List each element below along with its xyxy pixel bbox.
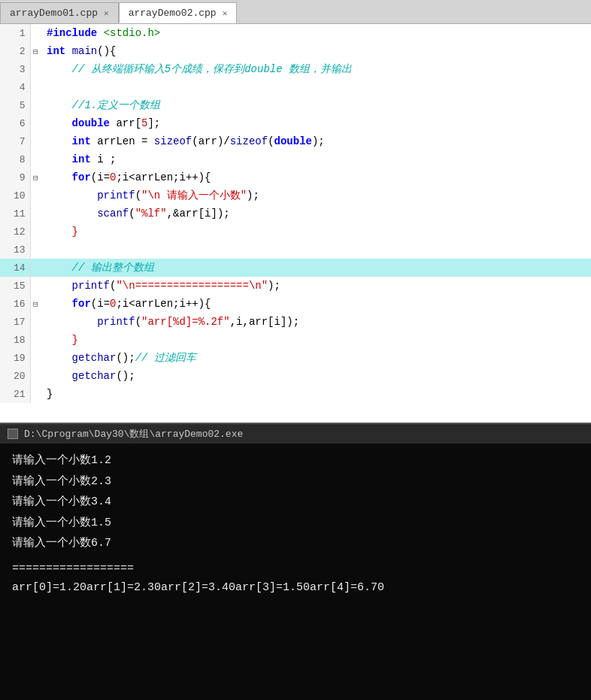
- line-num-7: 7: [0, 132, 30, 150]
- fold-10: [30, 186, 41, 205]
- line-num-4: 4: [0, 78, 30, 96]
- code-line-5: 5 //1.定义一个数组: [0, 96, 591, 114]
- fold-12: [30, 223, 41, 241]
- code-line-10: 10 printf("\n 请输入一个小数");: [0, 186, 591, 205]
- code-content-12: }: [41, 223, 591, 241]
- fold-16[interactable]: ⊟: [30, 295, 41, 313]
- line-num-12: 12: [0, 223, 30, 241]
- code-content-5: //1.定义一个数组: [41, 96, 591, 114]
- code-content-14: // 输出整个数组: [41, 259, 591, 277]
- line-num-2: 2: [0, 42, 30, 60]
- fold-3: [30, 60, 41, 78]
- console-line-4: 请输入一个小数1.5: [12, 514, 579, 533]
- code-content-20: getchar();: [41, 367, 591, 385]
- fold-1: [30, 24, 41, 42]
- line-num-16: 16: [0, 295, 30, 313]
- tab-bar: arrayDemo01.cpp ✕ arrayDemo02.cpp ✕: [0, 0, 591, 24]
- code-content-2: int main(){: [41, 42, 591, 60]
- console-bar: D:\Cprogram\Day30\数组\arrayDemo02.exe: [0, 423, 591, 444]
- console-line-3: 请输入一个小数3.4: [12, 492, 579, 512]
- code-content-9: for(i=0;i<arrLen;i++){: [41, 168, 591, 186]
- fold-9[interactable]: ⊟: [30, 168, 41, 186]
- code-editor: 1 #include <stdio.h> 2 ⊟ int main(){ 3 /…: [0, 24, 591, 423]
- code-line-12: 12 }: [0, 223, 591, 241]
- tab-close-2[interactable]: ✕: [223, 8, 228, 18]
- code-line-11: 11 scanf("%lf",&arr[i]);: [0, 205, 591, 223]
- code-line-8: 8 int i ;: [0, 150, 591, 168]
- code-line-2: 2 ⊟ int main(){: [0, 42, 591, 60]
- code-line-20: 20 getchar();: [0, 367, 591, 385]
- fold-7: [30, 132, 41, 150]
- line-num-10: 10: [0, 186, 30, 205]
- code-line-14: 14 // 输出整个数组: [0, 259, 591, 277]
- fold-17: [30, 313, 41, 331]
- fold-4: [30, 78, 41, 96]
- code-line-4: 4: [0, 78, 591, 96]
- code-content-10: printf("\n 请输入一个小数");: [41, 186, 591, 205]
- console-line-5: 请输入一个小数6.7: [12, 534, 579, 553]
- code-line-15: 15 printf("\n==================\n");: [0, 277, 591, 295]
- code-content-8: int i ;: [41, 150, 591, 168]
- code-line-1: 1 #include <stdio.h>: [0, 24, 591, 42]
- code-content-13: [41, 241, 591, 259]
- fold-6: [30, 114, 41, 132]
- fold-15: [30, 277, 41, 295]
- code-line-13: 13: [0, 241, 591, 259]
- code-lines: 1 #include <stdio.h> 2 ⊟ int main(){ 3 /…: [0, 24, 591, 403]
- fold-20: [30, 367, 41, 385]
- console-output: 请输入一个小数1.2 请输入一个小数2.3 请输入一个小数3.4 请输入一个小数…: [0, 444, 591, 700]
- code-content-6: double arr[5];: [41, 114, 591, 132]
- console-line-1: 请输入一个小数1.2: [12, 451, 579, 471]
- code-line-16: 16 ⊟ for(i=0;i<arrLen;i++){: [0, 295, 591, 313]
- line-num-6: 6: [0, 114, 30, 132]
- tab-close-1[interactable]: ✕: [104, 8, 109, 18]
- code-content-4: [41, 78, 591, 96]
- console-result: arr[0]=1.20arr[1]=2.30arr[2]=3.40arr[3]=…: [12, 581, 384, 594]
- code-line-6: 6 double arr[5];: [0, 114, 591, 132]
- line-num-1: 1: [0, 24, 30, 42]
- code-content-18: }: [41, 331, 591, 349]
- tab-label-1: arrayDemo01.cpp: [10, 8, 98, 19]
- fold-19: [30, 349, 41, 367]
- fold-13: [30, 241, 41, 259]
- line-num-3: 3: [0, 60, 30, 78]
- fold-14: [30, 259, 41, 277]
- code-content-1: #include <stdio.h>: [41, 24, 591, 42]
- line-num-21: 21: [0, 385, 30, 403]
- line-num-9: 9: [0, 168, 30, 186]
- fold-18: [30, 331, 41, 349]
- console-icon: [8, 429, 18, 439]
- fold-11: [30, 205, 41, 223]
- code-content-3: // 从终端循环输入5个成绩，保存到double 数组，并输出: [41, 60, 591, 78]
- code-line-18: 18 }: [0, 331, 591, 349]
- code-line-19: 19 getchar();// 过滤回车: [0, 349, 591, 367]
- code-content-19: getchar();// 过滤回车: [41, 349, 591, 367]
- fold-21: [30, 385, 41, 403]
- line-num-17: 17: [0, 313, 30, 331]
- code-line-9: 9 ⊟ for(i=0;i<arrLen;i++){: [0, 168, 591, 186]
- code-content-15: printf("\n==================\n");: [41, 277, 591, 295]
- line-num-5: 5: [0, 96, 30, 114]
- code-line-7: 7 int arrLen = sizeof(arr)/sizeof(double…: [0, 132, 591, 150]
- fold-8: [30, 150, 41, 168]
- code-content-11: scanf("%lf",&arr[i]);: [41, 205, 591, 223]
- code-content-21: }: [41, 385, 591, 403]
- console-separator: ==================: [12, 562, 134, 575]
- code-line-21: 21 }: [0, 385, 591, 403]
- code-content-7: int arrLen = sizeof(arr)/sizeof(double);: [41, 132, 591, 150]
- console-title: D:\Cprogram\Day30\数组\arrayDemo02.exe: [24, 427, 243, 441]
- code-content-16: for(i=0;i<arrLen;i++){: [41, 295, 591, 313]
- line-num-20: 20: [0, 367, 30, 385]
- console-line-2: 请输入一个小数2.3: [12, 472, 579, 492]
- tab-arraydemo01[interactable]: arrayDemo01.cpp ✕: [0, 2, 119, 23]
- fold-2[interactable]: ⊟: [30, 42, 41, 60]
- code-line-3: 3 // 从终端循环输入5个成绩，保存到double 数组，并输出: [0, 60, 591, 78]
- line-num-19: 19: [0, 349, 30, 367]
- tab-label-2: arrayDemo02.cpp: [129, 8, 217, 19]
- line-num-18: 18: [0, 331, 30, 349]
- code-content-17: printf("arr[%d]=%.2f",i,arr[i]);: [41, 313, 591, 331]
- line-num-13: 13: [0, 241, 30, 259]
- code-line-17: 17 printf("arr[%d]=%.2f",i,arr[i]);: [0, 313, 591, 331]
- line-num-8: 8: [0, 150, 30, 168]
- tab-arraydemo02[interactable]: arrayDemo02.cpp ✕: [119, 2, 238, 23]
